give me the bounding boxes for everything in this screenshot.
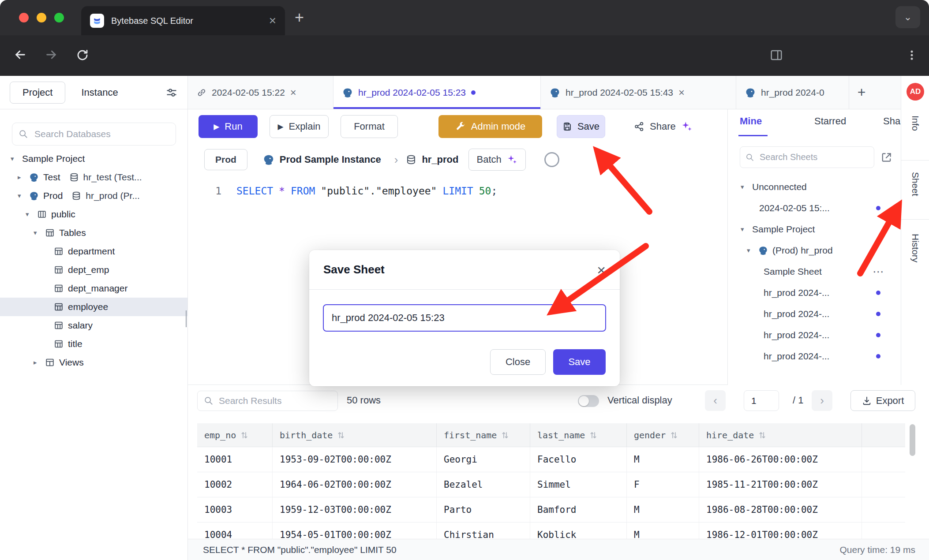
browser-tab-close-icon[interactable]: × (269, 15, 276, 27)
table-scrollbar[interactable] (910, 424, 915, 456)
environment-chip[interactable]: Prod (204, 149, 247, 170)
admin-mode-button[interactable]: Admin mode (438, 115, 542, 138)
window-zoom-button[interactable] (54, 13, 64, 22)
browser-menu-icon[interactable] (905, 49, 918, 62)
rail-tab-sheet[interactable]: Sheet (910, 172, 921, 196)
tree-node-tables[interactable]: ▾ Tables (0, 224, 187, 242)
close-tab-icon[interactable]: × (290, 87, 296, 98)
chevron-down-icon[interactable]: ▾ (741, 225, 748, 233)
chevron-down-icon[interactable]: ▾ (34, 229, 41, 237)
explain-button[interactable]: ▶ Explain (270, 115, 329, 138)
column-header[interactable]: last_name (530, 423, 627, 447)
database-crumb[interactable]: hr_prod (406, 154, 458, 165)
chevron-down-icon[interactable]: ▾ (11, 155, 18, 163)
tree-node-table-dept-manager[interactable]: dept_manager (0, 279, 187, 298)
column-header[interactable]: hire_date (699, 423, 862, 447)
tab-starred[interactable]: Starred (814, 116, 846, 127)
chevron-right-icon[interactable]: ▸ (18, 173, 25, 181)
batch-button[interactable]: Batch (468, 149, 526, 171)
chevron-down-icon[interactable]: ▾ (26, 210, 33, 218)
sheet-item[interactable]: hr_prod 2024-... (728, 346, 901, 367)
window-close-button[interactable] (19, 13, 29, 22)
close-icon[interactable]: × (597, 262, 606, 277)
table-row[interactable]: 10001 1953-09-02T00:00:00Z Georgi Facell… (197, 447, 905, 472)
tree-node-table-salary[interactable]: salary (0, 316, 187, 335)
refresh-icon[interactable] (544, 152, 559, 167)
tree-node-prod-db[interactable]: ▾ Prod hr_prod (Pr... (0, 187, 187, 205)
back-icon[interactable] (13, 48, 27, 62)
rail-tab-info[interactable]: Info (910, 116, 921, 131)
browser-tab[interactable]: Bytebase SQL Editor × (81, 6, 285, 35)
close-tab-icon[interactable]: × (678, 87, 685, 98)
prev-page-button[interactable]: ‹ (705, 390, 726, 411)
column-header[interactable]: first_name (437, 423, 530, 447)
chevron-right-icon[interactable]: ▸ (34, 358, 41, 366)
sheet-tab-3[interactable]: hr_prod 2024-02-05 15:43 × (541, 76, 736, 109)
side-panel-icon[interactable] (770, 49, 783, 62)
sheet-search-box[interactable] (740, 146, 874, 168)
tree-node-test-db[interactable]: ▸ Test hr_test (Test... (0, 168, 187, 187)
table-row[interactable]: 10004 1954-05-01T00:00:00Z Chirstian Kob… (197, 523, 905, 539)
run-button[interactable]: ▶ Run (199, 115, 258, 138)
sheet-item[interactable]: hr_prod 2024-... (728, 325, 901, 346)
instance-crumb[interactable]: Prod Sample Instance (263, 154, 381, 165)
instance-tab[interactable]: Instance (81, 87, 118, 98)
sheet-item[interactable]: hr_prod 2024-... (728, 303, 901, 325)
sheet-item[interactable]: 2024-02-05 15:... (728, 198, 901, 219)
project-tab[interactable]: Project (10, 82, 65, 104)
export-button[interactable]: Export (850, 390, 915, 411)
sheet-db-node[interactable]: ▾ (Prod) hr_prod (728, 240, 901, 261)
new-tab-button[interactable]: + (295, 10, 304, 26)
tree-node-table-title[interactable]: title (0, 335, 187, 353)
window-minimize-button[interactable] (37, 13, 46, 22)
database-search-input[interactable] (34, 128, 169, 140)
more-options-icon[interactable]: ⋯ (873, 266, 884, 277)
save-button[interactable]: Save (557, 115, 605, 138)
add-sheet-tab-button[interactable]: + (849, 76, 874, 109)
column-header[interactable]: gender (627, 423, 699, 447)
page-number-input[interactable] (744, 390, 779, 411)
format-button[interactable]: Format (341, 115, 398, 138)
sheet-name-input[interactable] (323, 304, 606, 332)
sheet-tab-4[interactable]: hr_prod 2024-0 (736, 76, 849, 109)
tree-node-table-employee-selected[interactable]: employee (0, 298, 187, 316)
sheet-tab-1[interactable]: 2024-02-05 15:22 × (188, 76, 333, 109)
share-button[interactable]: Share (629, 115, 697, 138)
table-row[interactable]: 10003 1959-12-03T00:00:00Z Parto Bamford… (197, 497, 905, 523)
sheet-search-input[interactable] (759, 152, 869, 163)
save-sheet-dialog: Save Sheet × Close Save (309, 250, 620, 386)
results-search-input[interactable] (218, 395, 331, 407)
chevron-down-icon[interactable]: ▾ (18, 192, 25, 200)
sheet-group-unconnected[interactable]: ▾ Unconnected (728, 176, 901, 198)
open-sheet-icon[interactable] (881, 152, 892, 163)
avatar[interactable]: AD (907, 83, 924, 101)
tree-node-table-department[interactable]: department (0, 242, 187, 261)
sheet-item[interactable]: Sample Sheet ⋯ (728, 261, 901, 282)
chevron-down-icon[interactable]: ▾ (747, 246, 754, 254)
next-page-button[interactable]: › (812, 390, 832, 411)
results-search-box[interactable] (197, 391, 338, 411)
tree-node-table-dept-emp[interactable]: dept_emp (0, 261, 187, 279)
rail-tab-history[interactable]: History (910, 234, 921, 262)
sheet-group-project[interactable]: ▾ Sample Project (728, 219, 901, 240)
sheet-panel: Mine Starred Share ▾ Unconnected 2024-02… (727, 109, 901, 385)
reload-icon[interactable] (76, 49, 89, 62)
dialog-close-button[interactable]: Close (490, 349, 546, 375)
column-header[interactable]: birth_date (273, 423, 437, 447)
tab-search-chevron-icon[interactable]: ⌄ (895, 6, 920, 28)
forward-icon[interactable] (44, 48, 58, 62)
dialog-save-button[interactable]: Save (553, 349, 606, 375)
vertical-display-toggle[interactable] (578, 395, 599, 407)
tab-mine[interactable]: Mine (740, 116, 762, 127)
tree-node-schema-public[interactable]: ▾ public (0, 205, 187, 224)
tab-share[interactable]: Share (883, 116, 901, 127)
tree-node-project[interactable]: ▾ Sample Project (0, 149, 187, 168)
table-row[interactable]: 10002 1964-06-02T00:00:00Z Bezalel Simme… (197, 472, 905, 497)
chevron-down-icon[interactable]: ▾ (741, 183, 748, 191)
database-search-box[interactable] (12, 123, 176, 146)
filter-settings-icon[interactable] (165, 86, 178, 99)
sheet-item[interactable]: hr_prod 2024-... (728, 282, 901, 303)
column-header[interactable]: emp_no (197, 423, 273, 447)
sheet-tab-2-active[interactable]: hr_prod 2024-02-05 15:23 (333, 76, 541, 109)
tree-node-views[interactable]: ▸ Views (0, 353, 187, 372)
